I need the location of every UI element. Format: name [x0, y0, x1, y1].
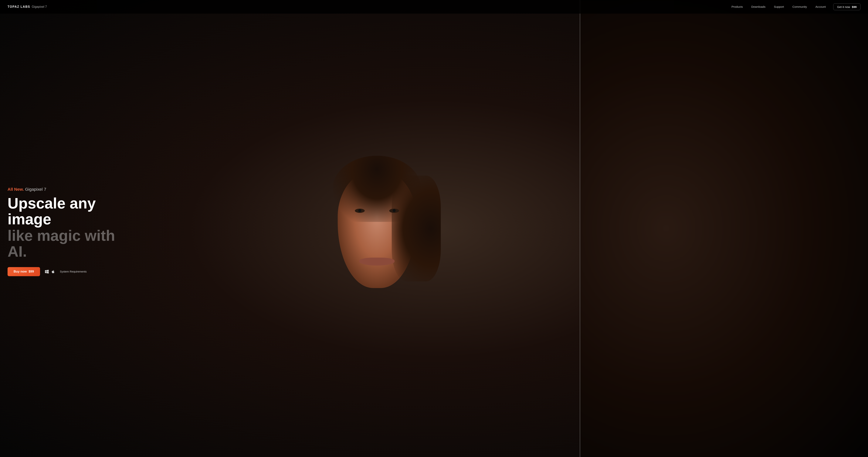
hero-image-original: [580, 0, 868, 457]
nav-item-downloads[interactable]: Downloads: [751, 5, 766, 8]
buy-now-button[interactable]: Buy now $99: [7, 267, 40, 276]
nav-link-account[interactable]: Account: [815, 5, 826, 8]
brand-logo[interactable]: TOPAZ LABS Gigapixel 7: [7, 5, 47, 8]
nav-cta-price: $99: [852, 5, 857, 8]
nav-link-community[interactable]: Community: [793, 5, 807, 8]
comparison-line[interactable]: [580, 0, 580, 457]
platform-icons: [44, 269, 56, 274]
eye-right: [389, 209, 399, 213]
buy-label: Buy now: [13, 270, 27, 274]
eye-left: [355, 209, 365, 213]
face-eyes: [343, 209, 411, 213]
face-portrait: [328, 162, 426, 295]
nav-item-products[interactable]: Products: [732, 5, 743, 8]
hero-headline-line2: like magic with AI.: [7, 228, 117, 260]
hero-eyebrow-new: All New.: [7, 187, 24, 192]
nav-cta-label: Get it now: [837, 5, 850, 8]
hero-headline-line1: Upscale any image: [7, 195, 117, 227]
nav-link-support[interactable]: Support: [774, 5, 784, 8]
hero-eyebrow: All New. Gigapixel 7: [7, 187, 117, 192]
windows-icon: [44, 269, 49, 274]
hero-content: All New. Gigapixel 7 Upscale any image l…: [7, 187, 117, 276]
nav-item-support[interactable]: Support: [774, 5, 784, 8]
nav-link-products[interactable]: Products: [732, 5, 743, 8]
nav-link-downloads[interactable]: Downloads: [751, 5, 766, 8]
face-lips: [359, 258, 395, 265]
nav-links: Products Downloads Support Community Acc…: [732, 5, 826, 8]
hero-eyebrow-version: 7: [44, 187, 46, 192]
buy-price: $99: [29, 270, 34, 274]
hero-section: All New. Gigapixel 7 Upscale any image l…: [0, 0, 868, 457]
nav-cta-button[interactable]: Get it now $99: [833, 3, 861, 10]
brand-product: Gigapixel 7: [32, 5, 47, 8]
system-requirements-link[interactable]: System Requirements: [60, 270, 87, 273]
face-hair-right: [392, 176, 441, 281]
nav-item-account[interactable]: Account: [815, 5, 826, 8]
hero-actions: Buy now $99 System Requirements: [7, 267, 117, 276]
apple-icon: [51, 269, 55, 274]
brand-company: TOPAZ LABS: [7, 5, 30, 8]
nav-item-community[interactable]: Community: [793, 5, 807, 8]
navigation: TOPAZ LABS Gigapixel 7 Products Download…: [0, 0, 868, 13]
hero-eyebrow-product: Gigapixel: [25, 187, 43, 192]
